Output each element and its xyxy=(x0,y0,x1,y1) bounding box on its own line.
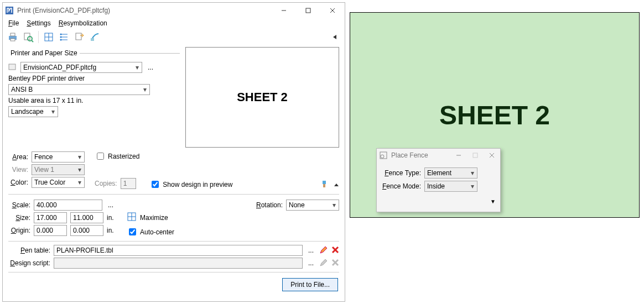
window-minimize-button[interactable] xyxy=(272,3,296,18)
window-close-button[interactable] xyxy=(320,3,345,18)
printer-paper-legend: Printer and Paper Size xyxy=(8,49,80,57)
pentable-edit-icon[interactable] xyxy=(319,245,328,256)
menubar: File Settings Resymbolization xyxy=(3,18,345,29)
scale-more[interactable]: ... xyxy=(106,201,116,209)
fence-expand-icon[interactable]: ▼ xyxy=(377,197,500,205)
area-combo[interactable]: Fence▾ xyxy=(32,151,85,163)
canvas-sheet-label: SHEET 2 xyxy=(439,100,550,130)
designscript-field[interactable] xyxy=(54,258,303,269)
orientation-combo[interactable]: Landscape▾ xyxy=(8,106,58,117)
place-fence-dialog: Place Fence Fence Type: Element▾ Fence M… xyxy=(376,148,501,212)
size-y-field[interactable] xyxy=(70,212,103,223)
print-preview-pane: SHEET 2 xyxy=(185,47,339,148)
fence-close-button[interactable] xyxy=(484,149,500,162)
fence-maximize-button xyxy=(467,149,484,162)
driver-description: Bentley PDF printer driver xyxy=(8,75,85,82)
svg-line-10 xyxy=(32,40,33,42)
svg-rect-23 xyxy=(9,64,15,70)
toolbar xyxy=(3,29,345,47)
clear-icon[interactable] xyxy=(89,30,102,44)
origin-unit: in. xyxy=(107,227,114,234)
pentable-label: Pen table: xyxy=(8,247,50,254)
view-label: View: xyxy=(8,166,28,174)
print-title: Print (EnvisionCAD_PDF.pltcfg) xyxy=(17,7,272,14)
rotation-combo[interactable]: None▾ xyxy=(286,200,339,211)
autocenter-checkbox[interactable]: Auto-center xyxy=(127,227,174,237)
pentable-field[interactable] xyxy=(54,245,303,256)
pentable-browse[interactable]: ... xyxy=(306,247,316,254)
app-icon xyxy=(5,6,14,15)
fence-title: Place Fence xyxy=(391,151,450,159)
origin-y-field[interactable] xyxy=(70,225,103,236)
area-label: Area: xyxy=(8,153,28,161)
designscript-browse[interactable]: ... xyxy=(306,259,316,267)
fence-icon xyxy=(379,151,388,160)
copies-label: Copies: xyxy=(95,180,117,187)
preview-content: SHEET 2 xyxy=(237,90,288,104)
svg-rect-20 xyxy=(76,33,81,40)
fence-mode-combo[interactable]: Inside▾ xyxy=(424,181,477,192)
maximize-icon[interactable] xyxy=(127,212,137,223)
svg-rect-6 xyxy=(11,33,15,36)
collapse-left-icon[interactable] xyxy=(328,30,341,44)
print-preview-icon[interactable] xyxy=(22,30,35,44)
svg-rect-24 xyxy=(323,181,326,184)
print-titlebar[interactable]: Print (EnvisionCAD_PDF.pltcfg) xyxy=(3,3,345,18)
size-label: Size: xyxy=(8,214,30,222)
designscript-clear-icon xyxy=(331,259,339,268)
color-combo[interactable]: True Color▾ xyxy=(32,177,85,188)
window-maximize-button[interactable] xyxy=(296,3,320,18)
svg-point-35 xyxy=(381,155,384,158)
view-combo: View 1▾ xyxy=(32,164,85,175)
fence-mode-label: Fence Mode: xyxy=(381,182,421,190)
color-label: Color: xyxy=(8,179,28,186)
scale-field[interactable] xyxy=(34,200,102,211)
svg-rect-37 xyxy=(473,153,477,158)
maximize-label: Maximize xyxy=(140,214,168,222)
designscript-label: Design script: xyxy=(8,259,50,267)
size-unit: in. xyxy=(107,214,114,222)
designscript-edit-icon xyxy=(319,258,328,269)
svg-marker-26 xyxy=(334,184,339,186)
rasterized-checkbox[interactable]: Rasterized xyxy=(95,151,139,161)
config-file-combo[interactable]: EnvisionCAD_PDF.pltcfg ▾ xyxy=(20,62,142,73)
menu-settings[interactable]: Settings xyxy=(27,19,50,27)
origin-x-field[interactable] xyxy=(34,225,67,236)
fence-type-combo[interactable]: Element▾ xyxy=(424,167,477,179)
svg-marker-22 xyxy=(333,35,336,39)
fence-type-label: Fence Type: xyxy=(381,169,421,177)
brush-icon[interactable] xyxy=(320,180,328,190)
open-config-icon[interactable] xyxy=(73,30,86,44)
usable-area-text: Usable area is 17 x 11 in. xyxy=(8,97,83,104)
copies-field xyxy=(121,178,136,189)
svg-point-19 xyxy=(60,39,62,41)
menu-resymbolization[interactable]: Resymbolization xyxy=(59,19,107,27)
fence-minimize-button[interactable] xyxy=(450,149,467,162)
svg-rect-21 xyxy=(91,38,94,41)
menu-file[interactable]: File xyxy=(8,19,19,27)
svg-rect-25 xyxy=(323,184,325,187)
config-file-icon xyxy=(8,63,17,72)
printer-paper-group: Printer and Paper Size EnvisionCAD_PDF.p… xyxy=(8,49,180,119)
print-icon[interactable] xyxy=(6,30,19,44)
collapse-up-icon[interactable] xyxy=(334,182,339,190)
scale-label: Scale: xyxy=(8,201,30,209)
show-design-checkbox[interactable]: Show design in preview xyxy=(149,179,232,190)
svg-rect-7 xyxy=(11,39,15,41)
rotation-label: Rotation: xyxy=(256,201,283,209)
print-dialog: Print (EnvisionCAD_PDF.pltcfg) File Sett… xyxy=(2,2,345,302)
print-attributes-icon[interactable] xyxy=(58,30,71,44)
origin-label: Origin: xyxy=(8,227,30,234)
svg-rect-2 xyxy=(306,8,310,13)
update-from-view-icon[interactable] xyxy=(42,30,55,44)
size-x-field[interactable] xyxy=(34,212,67,223)
pentable-clear-icon[interactable] xyxy=(331,246,339,255)
svg-point-18 xyxy=(60,36,62,38)
print-to-file-button[interactable]: Print to File... xyxy=(282,278,338,291)
config-file-browse[interactable]: ... xyxy=(146,64,155,71)
svg-point-17 xyxy=(60,34,62,35)
fence-titlebar[interactable]: Place Fence xyxy=(377,149,500,162)
paper-size-combo[interactable]: ANSI B▾ xyxy=(8,84,150,95)
